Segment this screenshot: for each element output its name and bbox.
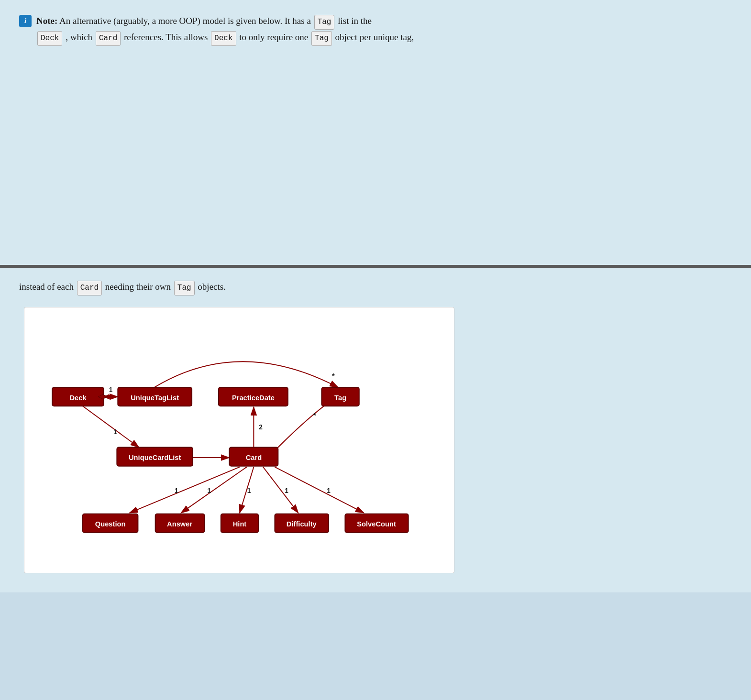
deck1-code: Deck <box>37 31 62 46</box>
solvecount-label: SolveCount <box>357 520 396 528</box>
diagram-container: 1 1 * 2 * 1 1 1 <box>24 307 454 573</box>
deck-ucl-mult: 1 <box>114 428 118 436</box>
note-text: Note: An alternative (arguably, a more O… <box>36 13 732 46</box>
card-question-arrow <box>130 467 240 513</box>
card-tag-mult: * <box>313 412 316 419</box>
note-line2-end: object per unique tag, <box>335 32 414 42</box>
uniquecardlist-label: UniqueCardList <box>129 454 181 461</box>
hint-label: Hint <box>233 520 247 528</box>
practicedate-label: PracticeDate <box>232 394 275 402</box>
card-q-mult: 1 <box>175 487 178 494</box>
deck-uniquecardlist-arrow <box>83 406 139 448</box>
continuation-after: objects. <box>198 282 226 292</box>
card-label: Card <box>246 454 262 461</box>
uniquetaglist-tag-mult: * <box>332 372 335 380</box>
uniquetaglist-tag-arc <box>155 361 338 387</box>
card1-code: Card <box>96 31 121 46</box>
card-difficulty-arrow <box>263 467 298 513</box>
bottom-section: instead of each Card needing their own T… <box>0 268 751 592</box>
deck-label: Deck <box>69 394 87 402</box>
note-line2-before: , which <box>66 32 95 42</box>
tag1-code: Tag <box>314 15 335 30</box>
uml-diagram: 1 1 * 2 * 1 1 1 <box>34 322 445 551</box>
card-pd-mult: 2 <box>259 424 263 431</box>
continuation-middle: needing their own <box>105 282 171 292</box>
difficulty-label: Difficulty <box>287 520 317 528</box>
uniquetaglist-label: UniqueTagList <box>131 394 179 402</box>
tag2-code: Tag <box>311 31 332 46</box>
note-bold-label: Note: <box>36 16 57 26</box>
answer-label: Answer <box>167 520 192 528</box>
note-line2-after: to only require one <box>239 32 310 42</box>
deck-mult-1: 1 <box>109 386 113 394</box>
card-d-mult: 1 <box>285 487 288 494</box>
card-a-mult: 1 <box>208 487 211 494</box>
continuation-card: Card <box>77 281 102 295</box>
card-answer-arrow <box>181 467 247 513</box>
card-sc-mult: 1 <box>327 487 331 494</box>
deck2-code: Deck <box>211 31 236 46</box>
note-line1-middle: list in the <box>338 16 372 26</box>
note-box: i Note: An alternative (arguably, a more… <box>19 13 732 46</box>
question-label: Question <box>95 520 126 528</box>
continuation-before: instead of each <box>19 282 74 292</box>
continuation-tag: Tag <box>174 281 195 295</box>
tag-label: Tag <box>334 394 346 402</box>
top-section: i Note: An alternative (arguably, a more… <box>0 0 751 268</box>
card-h-mult: 1 <box>247 487 251 494</box>
note-line1-before: An alternative (arguably, a more OOP) mo… <box>59 16 311 26</box>
note-line2-middle: references. This allows <box>124 32 210 42</box>
card-hint-arrow <box>240 467 254 513</box>
info-icon: i <box>19 15 32 27</box>
continuation-text: instead of each Card needing their own T… <box>19 279 732 295</box>
